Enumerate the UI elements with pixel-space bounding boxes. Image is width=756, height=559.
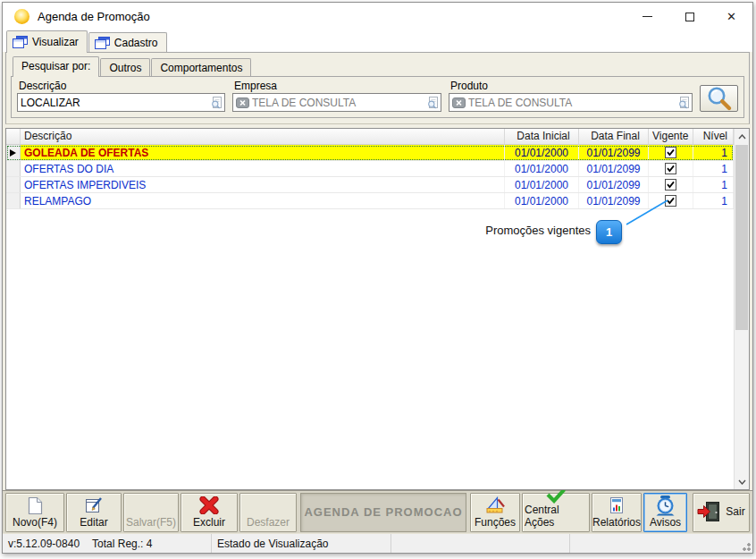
column-header-data_final[interactable]: Data Final <box>579 129 649 144</box>
search-field-descricao: DescriçãoLOCALIZAR <box>17 80 225 112</box>
vigente-checkbox[interactable] <box>665 179 676 191</box>
filter-tabs: Pesquisar por:OutrosComportamentos <box>11 56 744 76</box>
maximize-button[interactable] <box>668 3 710 30</box>
tab-cadastro[interactable]: Cadastro <box>88 32 167 52</box>
search-panel: DescriçãoLOCALIZAREmpresaTELA DE CONSULT… <box>11 76 744 118</box>
promotions-grid: DescriçãoData InicialData FinalVigenteNí… <box>5 128 750 490</box>
table-row[interactable]: RELAMPAGO01/01/200001/01/20991 <box>6 193 734 209</box>
filter-tab-label: Pesquisar por: <box>21 60 90 72</box>
table-row[interactable]: OFERTAS IMPERDIVEIS01/01/200001/01/20991 <box>6 177 734 193</box>
descricao-input[interactable]: LOCALIZAR <box>17 93 225 112</box>
field-value: TELA DE CONSULTA <box>468 97 675 109</box>
window-title: Agenda de Promoção <box>38 10 150 23</box>
tab-visualizar[interactable]: Visualizar <box>6 30 88 52</box>
filter-tab-0[interactable]: Pesquisar por: <box>13 56 99 76</box>
column-header-data_inicial[interactable]: Data Inicial <box>505 129 579 144</box>
cell-descricao: RELAMPAGO <box>21 193 505 208</box>
button-label: Salvar(F5) <box>126 516 176 529</box>
exit-button[interactable]: Sair <box>693 493 750 532</box>
clear-x-icon[interactable] <box>236 97 249 108</box>
minimize-icon <box>643 16 652 17</box>
minimize-button[interactable] <box>626 3 668 30</box>
window-stack-icon <box>95 37 110 49</box>
status-section-grip <box>570 534 752 553</box>
vigente-checkbox[interactable] <box>665 147 676 158</box>
total-records-text: Total Reg.: 4 <box>92 538 152 550</box>
cell-data-inicial: 01/01/2000 <box>505 145 579 160</box>
grid-body: GOLEADA DE OFERTAS01/01/200001/01/20991O… <box>6 145 734 209</box>
excluir-button[interactable]: Excluir <box>181 493 238 532</box>
central-a-es-button[interactable]: Central Ações <box>522 493 590 532</box>
avisos-button[interactable]: Avisos <box>643 493 687 532</box>
window-stack-icon <box>13 36 28 48</box>
status-section-version: v:5.12.09-0840 Total Reg.: 4 <box>3 534 212 553</box>
button-label: Avisos <box>650 516 681 529</box>
field-label: Empresa <box>234 80 441 92</box>
close-icon: ✕ <box>727 11 736 22</box>
status-bar: v:5.12.09-0840 Total Reg.: 4 Estado de V… <box>3 533 752 553</box>
magnifier-icon <box>706 85 733 112</box>
vigente-checkbox[interactable] <box>665 195 676 207</box>
cell-data-inicial: 01/01/2000 <box>505 193 579 208</box>
search-field-produto: ProdutoTELA DE CONSULTA <box>449 80 693 112</box>
button-label: Funções <box>475 516 516 529</box>
column-header-vigente[interactable]: Vigente <box>649 129 693 144</box>
cell-descricao: OFERTAS DO DIA <box>21 161 505 176</box>
cell-vigente <box>649 161 693 176</box>
table-row[interactable]: OFERTAS DO DIA01/01/200001/01/20991 <box>6 161 734 177</box>
close-button[interactable]: ✕ <box>710 3 752 30</box>
annotation-badge: 1 <box>596 220 622 244</box>
editar-button[interactable]: Editar <box>66 493 122 532</box>
tab-label: Cadastro <box>114 37 158 49</box>
chevron-down-icon <box>738 479 746 485</box>
state-text: Estado de Visualização <box>217 538 329 550</box>
page-magnifier-icon[interactable] <box>426 96 439 109</box>
vertical-scrollbar[interactable] <box>734 129 749 489</box>
row-indicator <box>6 161 21 176</box>
cell-data-final: 01/01/2099 <box>579 193 649 208</box>
toolbar-left-group: Novo(F4)EditarSalvar(F5)ExcluirDesfazer <box>5 493 297 532</box>
novo-f4--button[interactable]: Novo(F4) <box>5 493 64 532</box>
scroll-up-button[interactable] <box>735 129 750 144</box>
report-icon <box>609 495 624 516</box>
cell-nivel: 1 <box>693 193 734 208</box>
filter-tab-1[interactable]: Outros <box>100 58 150 76</box>
field-label: Produto <box>450 80 693 92</box>
delete-x-icon <box>199 495 219 516</box>
column-header-descricao[interactable]: Descrição <box>21 129 505 144</box>
scroll-down-button[interactable] <box>735 474 750 489</box>
resize-grip-icon[interactable] <box>740 540 751 551</box>
toolbar-right-group: FunçõesCentral AçõesRelatóriosAvisos <box>470 493 687 532</box>
current-row-arrow-icon <box>10 149 16 157</box>
salvar-f5--button: Salvar(F5) <box>123 493 179 532</box>
relat-rios-button[interactable]: Relatórios <box>592 493 642 532</box>
cell-nivel: 1 <box>693 145 734 160</box>
clear-x-icon[interactable] <box>452 97 466 108</box>
scrollbar-thumb[interactable] <box>735 145 748 330</box>
row-indicator <box>6 193 21 208</box>
cell-data-inicial: 01/01/2000 <box>505 177 579 192</box>
app-window: Agenda de Promoção ✕ VisualizarCadastro … <box>2 2 753 554</box>
grid-header-indicator-spacer <box>6 129 21 144</box>
table-row[interactable]: GOLEADA DE OFERTAS01/01/200001/01/20991 <box>6 145 734 161</box>
vigente-checkbox[interactable] <box>665 163 676 174</box>
page-magnifier-icon[interactable] <box>677 96 690 109</box>
screenshot-stage: Agenda de Promoção ✕ VisualizarCadastro … <box>0 0 756 559</box>
fun-es-button[interactable]: Funções <box>470 493 520 532</box>
column-header-nivel[interactable]: Nível <box>693 129 734 144</box>
filter-tab-2[interactable]: Comportamentos <box>151 58 251 76</box>
exit-button-label: Sair <box>726 505 744 518</box>
empresa-input[interactable]: TELA DE CONSULTA <box>232 93 441 112</box>
button-label: Desfazer <box>247 516 290 529</box>
cell-nivel: 1 <box>693 177 734 192</box>
search-button[interactable] <box>700 85 738 112</box>
page-magnifier-icon[interactable] <box>210 96 223 109</box>
new-page-icon <box>28 495 43 516</box>
cell-vigente <box>649 177 693 192</box>
status-section-empty <box>391 534 570 553</box>
button-label: Excluir <box>193 516 225 529</box>
cell-descricao: GOLEADA DE OFERTAS <box>21 145 505 160</box>
button-label: Editar <box>80 516 107 529</box>
produto-input[interactable]: TELA DE CONSULTA <box>449 93 693 112</box>
tab-label: Visualizar <box>32 36 79 48</box>
